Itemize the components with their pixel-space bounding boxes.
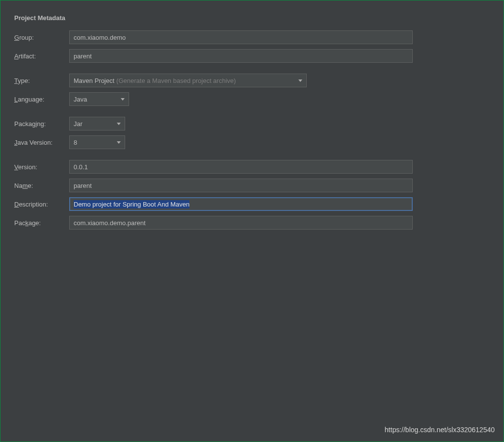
chevron-down-icon xyxy=(117,123,121,125)
description-input[interactable]: Demo project for Spring Boot And Maven xyxy=(69,197,413,211)
java-version-dropdown-value: 8 xyxy=(74,139,77,146)
description-selected-text: Demo project for Spring Boot And Maven xyxy=(74,200,189,208)
language-dropdown[interactable]: Java xyxy=(69,92,129,106)
description-label: Description: xyxy=(14,201,69,208)
name-input[interactable] xyxy=(69,179,413,192)
section-title: Project Metadata xyxy=(14,14,490,22)
language-label: Language: xyxy=(14,96,69,103)
type-dropdown[interactable]: Maven Project (Generate a Maven based pr… xyxy=(69,74,307,87)
java-version-label: Java Version: xyxy=(14,139,69,146)
chevron-down-icon xyxy=(121,98,125,101)
chevron-down-icon xyxy=(298,79,302,82)
watermark-text: https://blog.csdn.net/slx3320612540 xyxy=(385,426,495,434)
type-label: Type: xyxy=(14,77,69,84)
package-label: Package: xyxy=(14,219,69,227)
type-dropdown-hint: (Generate a Maven based project archive) xyxy=(116,77,236,84)
artifact-input[interactable] xyxy=(69,49,413,63)
group-label: Group: xyxy=(14,34,69,41)
packaging-dropdown[interactable]: Jar xyxy=(69,117,125,130)
chevron-down-icon xyxy=(117,141,121,144)
type-dropdown-value: Maven Project xyxy=(74,77,114,84)
version-label: Version: xyxy=(14,163,69,171)
java-version-dropdown[interactable]: 8 xyxy=(69,135,125,149)
package-input[interactable] xyxy=(69,216,413,230)
group-input[interactable] xyxy=(69,30,413,44)
artifact-label: Artifact: xyxy=(14,52,69,60)
packaging-dropdown-value: Jar xyxy=(74,120,82,128)
version-input[interactable] xyxy=(69,160,413,174)
language-dropdown-value: Java xyxy=(74,96,87,103)
name-label: Name: xyxy=(14,182,69,189)
packaging-label: Packaging: xyxy=(14,120,69,128)
